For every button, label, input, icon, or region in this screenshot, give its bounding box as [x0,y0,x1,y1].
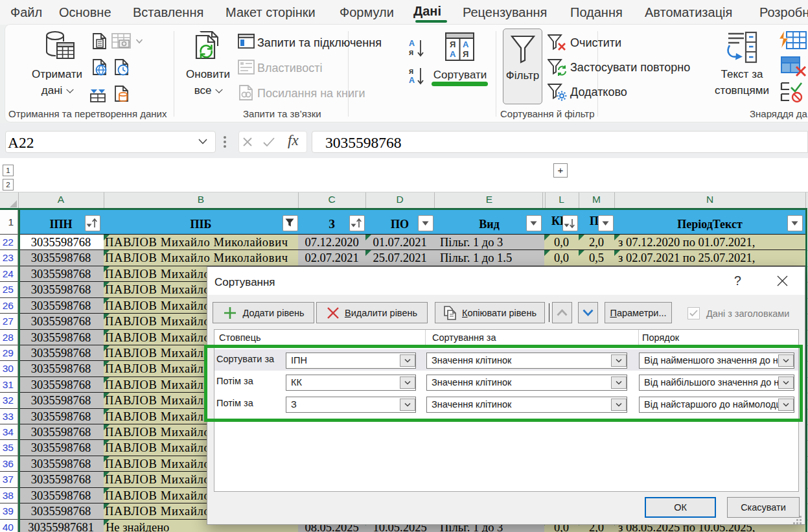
svg-text:Я: Я [463,49,468,59]
svg-text:А: А [409,76,415,85]
svg-text:я: я [409,67,413,76]
svg-text:я: я [409,48,413,57]
svg-text:А: А [450,49,456,59]
svg-text:А: А [463,40,469,49]
svg-text:А: А [409,39,415,48]
svg-text:Я: Я [450,40,456,49]
